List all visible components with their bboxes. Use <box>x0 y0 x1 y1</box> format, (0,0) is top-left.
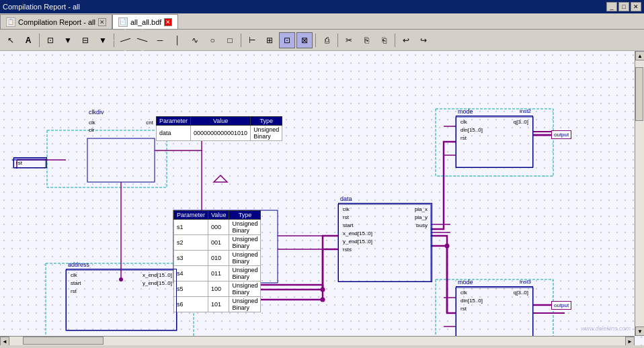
tool-undo[interactable]: ↩ <box>398 32 414 48</box>
state-s4-name: s4 <box>174 266 208 281</box>
state-s5-type: Unsigned Binary <box>229 281 261 297</box>
toolbar-sep-6 <box>395 34 395 47</box>
mode1-ports-in: clk din[15..0] rst <box>460 119 483 165</box>
scrollbar-horizontal[interactable]: ◄ ► <box>0 336 635 345</box>
svg-marker-23 <box>214 175 227 182</box>
maximize-button[interactable]: □ <box>618 2 629 11</box>
title-bar-text: Compilation Report - all <box>3 3 606 11</box>
compilation-tab-close[interactable]: ✕ <box>98 18 106 26</box>
bdf-tab-label: all_all.bdf <box>130 18 161 26</box>
data-port-rst: rst <box>343 214 372 220</box>
tool-line2[interactable]: ╲ <box>131 29 154 52</box>
mode2-component: mode clk din[15..0] rst q[3..0] inst3 <box>456 286 533 339</box>
tool-redo[interactable]: ↪ <box>415 32 432 48</box>
state-row-s4: s4 011 Unsigned Binary <box>174 266 261 281</box>
state-s2-value: 001 <box>208 235 229 251</box>
state-s1-name: s1 <box>174 220 208 235</box>
tool-orthogonal[interactable]: ⊡ <box>42 32 58 48</box>
tool-port[interactable]: ⊢ <box>244 32 260 48</box>
state-s6-name: s6 <box>174 297 208 312</box>
close-button[interactable]: ✕ <box>631 2 641 11</box>
mode2-port-din: din[15..0] <box>460 298 483 304</box>
tool-text[interactable]: A <box>20 32 36 48</box>
data-port-play: pla_y <box>415 214 428 220</box>
mode1-port-rst: rst <box>460 135 483 141</box>
top-param-col-parameter: Parameter <box>157 117 191 126</box>
state-s2-name: s2 <box>174 235 208 251</box>
tab-bar: 📋 Compilation Report - all ✕ 📄 all_all.b… <box>0 13 644 30</box>
tool-symbol2[interactable]: ⊠ <box>296 32 313 48</box>
state-col-type: Type <box>229 211 261 220</box>
tool-rect[interactable]: □ <box>222 32 238 48</box>
mode2-port-clk: clk <box>460 290 483 296</box>
watermark: www.delekins.com <box>581 325 631 332</box>
data-port-start: start <box>343 222 372 228</box>
tool-symbol[interactable]: ⊡ <box>279 32 295 48</box>
top-param-table: Parameter Value Type data 00000000000010… <box>156 116 282 141</box>
tool-arrow[interactable]: ↖ <box>3 32 19 48</box>
bdf-tab-icon: 📄 <box>118 17 128 27</box>
tool-cut[interactable]: ✂ <box>341 32 357 48</box>
svg-point-15 <box>321 298 325 302</box>
clkdiv-cnt-label: cnt <box>146 120 153 126</box>
data-component: data clk rst start x_end[15..0] y_end[15… <box>338 203 432 282</box>
canvas-area[interactable]: Parameter Value Type data 00000000000010… <box>0 51 644 345</box>
scroll-thumb-h[interactable] <box>23 337 104 345</box>
mode2-port-q: q[3..0] <box>514 290 528 296</box>
tool-circle[interactable]: ○ <box>204 32 220 48</box>
data-port-xend: x_end[15..0] <box>343 230 372 236</box>
state-s3-name: s3 <box>174 251 208 266</box>
minimize-button[interactable]: _ <box>606 2 617 11</box>
scroll-up-button[interactable]: ▲ <box>635 51 644 60</box>
mode2-ports-in: clk din[15..0] rst <box>460 290 483 335</box>
tool-block-drop[interactable]: ▼ <box>95 32 111 48</box>
tool-line3[interactable]: ─ <box>152 32 168 48</box>
toolbar-sep-1 <box>39 34 40 47</box>
clkdiv-clr-label: clr <box>89 127 94 133</box>
tool-arc[interactable]: ∿ <box>187 32 203 48</box>
address-port-xend: x_end[15..0] <box>143 272 172 278</box>
rst-label: rst <box>16 160 22 166</box>
data-port-busy: busy <box>415 222 428 228</box>
scrollbar-vertical[interactable]: ▲ ▼ <box>635 51 644 336</box>
toolbar-sep-4 <box>315 34 316 47</box>
clkdiv-port-clk: clk cnt <box>89 120 153 126</box>
top-param-col-value: Value <box>191 117 251 126</box>
mode1-instance: inst2 <box>520 108 531 114</box>
mode1-port-clk: clk <box>460 119 483 125</box>
clkdiv-component: clkdiv clk cnt clr <box>87 117 155 161</box>
state-param-table: Parameter Value Type s1 000 Unsigned Bin… <box>173 210 261 312</box>
state-col-value: Value <box>208 211 229 220</box>
tool-copy[interactable]: ⎘ <box>358 32 374 48</box>
tool-print[interactable]: ⎙ <box>319 32 335 48</box>
address-ports-in: clk start rst <box>71 272 81 327</box>
scroll-down-button[interactable]: ▼ <box>635 327 644 336</box>
address-port-start: start <box>71 280 81 286</box>
tool-paste[interactable]: ⎗ <box>376 32 392 48</box>
state-row-s3: s3 010 Unsigned Binary <box>174 251 261 266</box>
data-port-clk: clk <box>343 206 372 212</box>
address-component: address clk start rst x_end[15..0] y_end… <box>66 269 177 331</box>
data-port-yend: y_end[15..0] <box>343 238 372 245</box>
scroll-left-button[interactable]: ◄ <box>0 337 9 345</box>
output-port-bottom: output <box>551 301 571 310</box>
state-col-parameter: Parameter <box>174 211 208 220</box>
tab-compilation[interactable]: 📋 Compilation Report - all ✕ <box>0 14 112 29</box>
tool-pin[interactable]: ⊞ <box>261 32 278 48</box>
tool-orthogonal-drop[interactable]: ▼ <box>60 32 76 48</box>
scroll-track-h[interactable] <box>9 337 625 345</box>
scroll-thumb-v[interactable] <box>635 67 643 121</box>
tool-block[interactable]: ⊟ <box>77 32 93 48</box>
state-row-s1: s1 000 Unsigned Binary <box>174 220 261 235</box>
state-s2-type: Unsigned Binary <box>229 235 261 251</box>
mode2-ports-out: q[3..0] <box>514 290 528 335</box>
mode1-ports-out: q[3..0] <box>514 119 528 165</box>
bdf-tab-close[interactable]: ✕ <box>164 18 172 26</box>
scroll-track-v[interactable] <box>635 60 644 327</box>
scroll-right-button[interactable]: ► <box>625 337 635 345</box>
top-param-row-data: data 0000000000001010 Unsigned Binary <box>157 126 282 141</box>
address-port-yend: y_end[15..0] <box>143 280 172 286</box>
top-param-name: data <box>157 126 191 141</box>
tab-bdf[interactable]: 📄 all_all.bdf ✕ <box>112 14 178 29</box>
tool-line4[interactable]: │ <box>169 32 186 48</box>
